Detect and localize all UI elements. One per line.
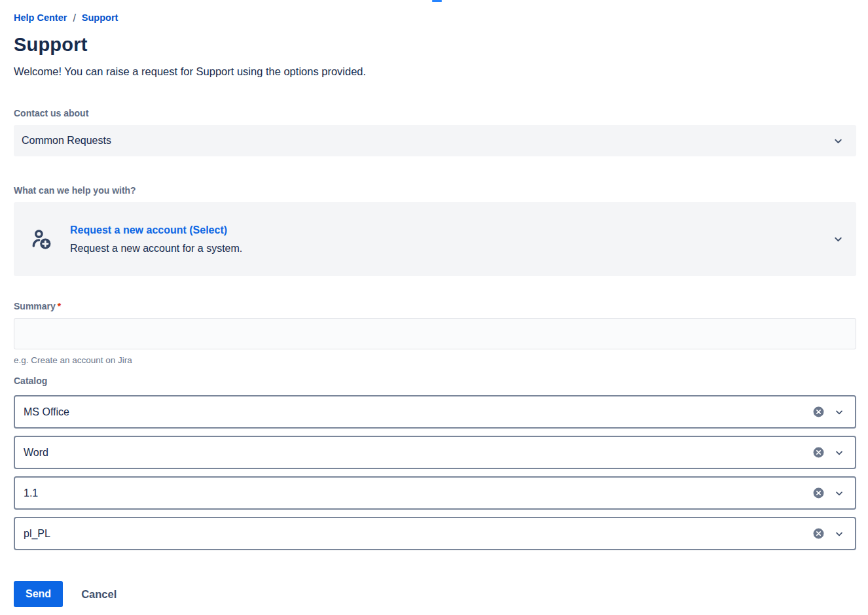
top-accent-bar	[432, 0, 442, 2]
welcome-text: Welcome! You can raise a request for Sup…	[14, 65, 856, 78]
catalog-select-level-4[interactable]: pl_PL	[14, 517, 856, 550]
catalog-select-value: Word	[24, 447, 812, 459]
catalog-select-value: 1.1	[24, 487, 812, 499]
chevron-down-icon	[833, 234, 844, 245]
request-type-description: Request a new account for a system.	[70, 242, 833, 255]
catalog-select-level-3[interactable]: 1.1	[14, 476, 856, 510]
summary-group: Summary* e.g. Create an account on Jira	[14, 301, 856, 366]
request-type-select[interactable]: Request a new account (Select) Request a…	[14, 202, 856, 276]
breadcrumb-link-help-center[interactable]: Help Center	[14, 12, 67, 24]
breadcrumb-link-support[interactable]: Support	[82, 12, 118, 24]
chevron-down-icon	[834, 529, 844, 539]
summary-label-text: Summary	[14, 301, 56, 311]
request-type-texts: Request a new account (Select) Request a…	[70, 224, 833, 255]
chevron-down-icon	[834, 448, 844, 458]
cancel-button[interactable]: Cancel	[81, 588, 117, 601]
required-asterisk: *	[58, 301, 61, 311]
contact-about-label: Contact us about	[14, 108, 856, 119]
form-actions: Send Cancel	[14, 581, 856, 607]
breadcrumb-separator: /	[73, 12, 75, 24]
contact-about-group: Contact us about Common Requests	[14, 108, 856, 156]
summary-label: Summary*	[14, 301, 856, 312]
breadcrumb: Help Center / Support	[14, 12, 856, 24]
catalog-select-value: pl_PL	[24, 528, 812, 540]
chevron-down-icon	[834, 407, 844, 417]
summary-input[interactable]	[14, 318, 856, 349]
chevron-down-icon	[834, 488, 844, 499]
help-with-label: What can we help you with?	[14, 185, 856, 196]
catalog-label: Catalog	[14, 376, 856, 387]
clear-icon[interactable]	[812, 527, 825, 540]
request-type-group: What can we help you with? Request a new…	[14, 185, 856, 276]
add-user-icon	[29, 227, 53, 252]
contact-about-value: Common Requests	[22, 135, 111, 147]
send-button[interactable]: Send	[14, 581, 63, 607]
contact-about-select[interactable]: Common Requests	[14, 125, 856, 156]
clear-icon[interactable]	[812, 406, 825, 418]
catalog-select-level-1[interactable]: MS Office	[14, 395, 856, 429]
chevron-down-icon	[833, 135, 844, 147]
clear-icon[interactable]	[812, 487, 825, 499]
summary-helper-text: e.g. Create an account on Jira	[14, 355, 856, 366]
catalog-select-value: MS Office	[24, 406, 812, 418]
page-title: Support	[14, 33, 856, 56]
request-type-title: Request a new account (Select)	[70, 224, 833, 236]
clear-icon[interactable]	[812, 446, 825, 459]
catalog-group: Catalog MS Office Word 1.1	[14, 376, 856, 550]
catalog-select-level-2[interactable]: Word	[14, 436, 856, 469]
support-request-page: Help Center / Support Support Welcome! Y…	[0, 0, 868, 607]
